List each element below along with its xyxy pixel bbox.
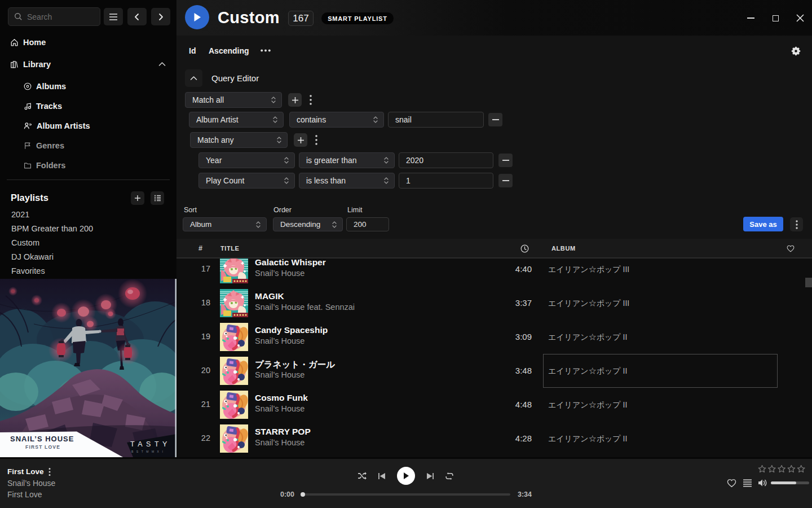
svg-text:BSTMMXI: BSTMMXI xyxy=(131,450,166,453)
svg-text:SNAIL’S HOUSE: SNAIL’S HOUSE xyxy=(10,435,74,443)
svg-text:FIRST LOVE: FIRST LOVE xyxy=(25,444,60,450)
svg-text:TASTY: TASTY xyxy=(130,440,171,448)
